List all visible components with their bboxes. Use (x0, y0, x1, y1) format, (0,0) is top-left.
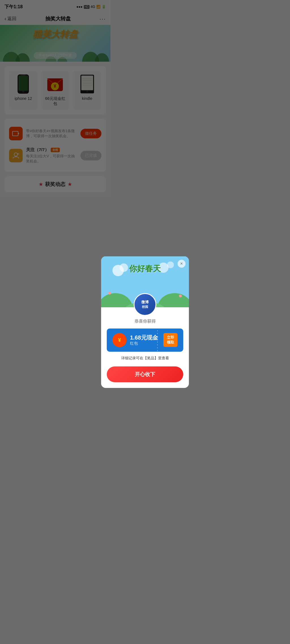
modal-overlay[interactable]: 你好春天 微博 校园 × 恭喜你获得 ¥ (0, 0, 110, 245)
